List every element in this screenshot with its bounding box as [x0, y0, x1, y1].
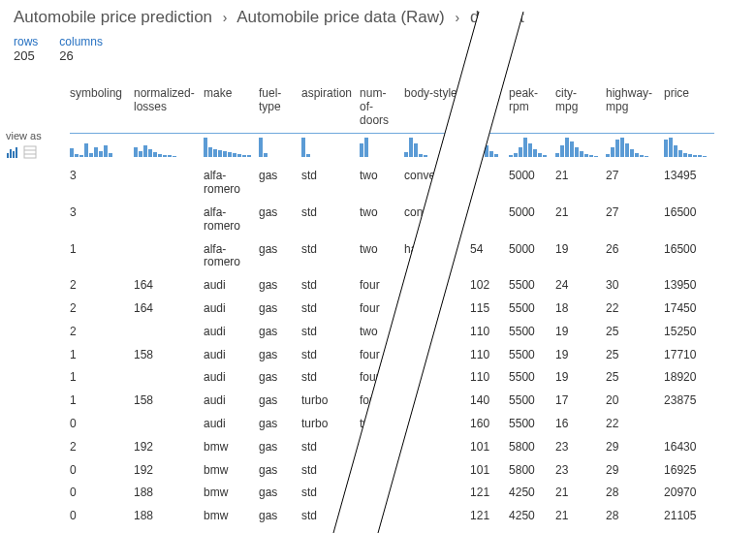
column-header[interactable]: er [470, 83, 509, 134]
cell: 2 [70, 321, 134, 344]
table-row[interactable]: 1158audigasstdfour1105500192517710 [70, 344, 714, 367]
cell: 20 [606, 390, 664, 413]
cell: 28 [606, 505, 664, 528]
table-row[interactable]: 0audigasturbotwo16055001622 [70, 413, 714, 436]
cell: 5000 [509, 165, 555, 202]
column-histogram[interactable] [259, 134, 301, 166]
cell: sed [404, 298, 470, 321]
cell: std [301, 238, 360, 275]
cell: 5500 [509, 390, 555, 413]
column-header[interactable]: peak-rpm [509, 83, 555, 134]
column-histogram[interactable] [509, 134, 555, 166]
table-row[interactable]: 1alfa-romerogasstdtwohatch54500019261650… [70, 238, 714, 275]
histogram-icon[interactable] [6, 145, 19, 159]
column-histogram[interactable] [360, 134, 404, 166]
column-histogram[interactable] [70, 134, 134, 166]
table-row[interactable]: 2164audigasstdfoursed1155500182217450 [70, 298, 714, 321]
cell: 158 [134, 390, 204, 413]
cell: 24 [555, 274, 606, 298]
cell: 5800 [509, 459, 555, 483]
cell [664, 413, 714, 436]
column-histogram[interactable] [204, 134, 259, 166]
cell: turbo [301, 413, 360, 436]
table-row[interactable]: 2192bmwgasstdtwo1015800232916430 [70, 436, 714, 459]
cell: gas [259, 390, 301, 413]
cell: std [301, 436, 360, 459]
column-header[interactable]: symboling [70, 83, 134, 134]
cell: audi [204, 366, 259, 390]
cell [404, 344, 470, 367]
cell [404, 459, 470, 483]
cell: two [360, 482, 404, 505]
cell: four [360, 344, 404, 367]
column-histogram[interactable] [134, 134, 204, 166]
column-histogram[interactable] [404, 134, 470, 166]
column-header[interactable]: price [664, 83, 714, 134]
cell: 21 [555, 482, 606, 505]
crumb-1[interactable]: Automobile price prediction [14, 8, 212, 26]
cell: 110 [470, 366, 509, 390]
cell: bmw [204, 505, 259, 528]
table-row[interactable]: 3alfa-romerogasstdtwoconvertib5000212713… [70, 165, 714, 202]
svg-rect-0 [7, 153, 9, 158]
column-header[interactable]: num-of-doors [360, 83, 404, 134]
cell: 28 [606, 482, 664, 505]
cell: 21 [555, 505, 606, 528]
table-row[interactable]: 0188bmwgasstdfo1214250212821105 [70, 505, 714, 528]
cell: 16430 [664, 436, 714, 459]
cell: fo [360, 505, 404, 528]
cell: turbo [301, 390, 360, 413]
data-grid[interactable]: symbolingnormalized-lossesmakefuel-typea… [70, 83, 756, 533]
cell: audi [204, 298, 259, 321]
table-row[interactable]: 1158audigasturbofour1405500172023875 [70, 390, 714, 413]
table-icon[interactable] [23, 145, 37, 159]
cell: 25 [606, 321, 664, 344]
crumb-3: dataset [470, 8, 524, 26]
column-histogram[interactable] [555, 134, 606, 166]
column-header[interactable]: make [204, 83, 259, 134]
cell: 15250 [664, 321, 714, 344]
cell: 110 [470, 321, 509, 344]
column-header[interactable]: aspiration [301, 83, 360, 134]
cell: 54 [470, 238, 509, 275]
column-histogram[interactable] [301, 134, 360, 166]
svg-rect-3 [16, 147, 17, 158]
cell: 5000 [509, 202, 555, 238]
column-histogram[interactable] [664, 134, 714, 166]
table-row[interactable]: 2audigasstdtwose1105500192515250 [70, 321, 714, 344]
table-row[interactable]: 0188bmwgasstdtwo1214250212820970 [70, 482, 714, 505]
cell: std [301, 344, 360, 367]
table-row[interactable]: 2164audigasstdfourseda1025500243013950 [70, 274, 714, 298]
column-header[interactable]: body-style [404, 83, 470, 134]
cell: four [360, 298, 404, 321]
table-row[interactable]: 1audigasstdfour1105500192518920 [70, 366, 714, 390]
cell: std [301, 202, 360, 238]
column-histogram[interactable] [606, 134, 664, 166]
column-histogram[interactable] [470, 134, 509, 166]
cell: audi [204, 390, 259, 413]
cell: 115 [470, 298, 509, 321]
cell: alfa-romero [204, 202, 259, 238]
cell: gas [259, 298, 301, 321]
svg-rect-4 [24, 146, 36, 158]
cell: 17710 [664, 344, 714, 367]
cell: std [301, 165, 360, 202]
cell: 0 [70, 459, 134, 483]
table-row[interactable]: 1bmwgasstdfour1214250202524565 [70, 528, 714, 533]
table-row[interactable]: 3alfa-romerogasstdtwoconvert500021271650… [70, 202, 714, 238]
cell: 101 [470, 436, 509, 459]
crumb-2[interactable]: Automobile price data (Raw) [236, 8, 444, 26]
cell: alfa-romero [204, 165, 259, 202]
cell: two [360, 202, 404, 238]
cell: std [301, 528, 360, 533]
cell: 21105 [664, 505, 714, 528]
column-header[interactable]: highway-mpg [606, 83, 664, 134]
cell: two [360, 238, 404, 275]
cell [134, 202, 204, 238]
cell: std [301, 298, 360, 321]
column-header[interactable]: city-mpg [555, 83, 606, 134]
cell: std [301, 321, 360, 344]
table-row[interactable]: 0192bmwgasstdfour1015800232916925 [70, 459, 714, 483]
column-header[interactable]: fuel-type [259, 83, 301, 134]
column-header[interactable]: normalized-losses [134, 83, 204, 134]
